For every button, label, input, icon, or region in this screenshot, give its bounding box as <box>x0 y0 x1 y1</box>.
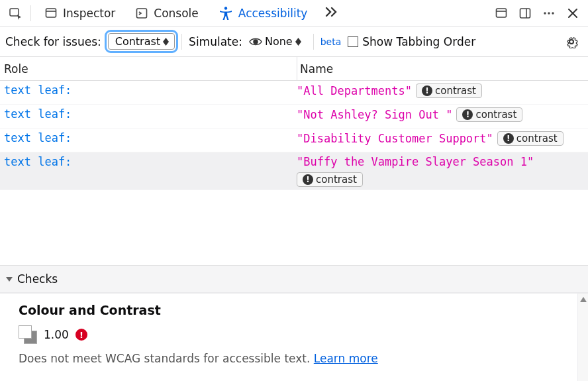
devtools-tabstrip: Inspector Console Accessibility <box>0 0 588 27</box>
svg-point-11 <box>552 12 554 14</box>
badge-label: contrast <box>516 133 558 144</box>
svg-rect-0 <box>10 9 19 16</box>
checks-body: Colour and Contrast 1.00 ! Does not meet… <box>0 294 588 381</box>
results-header: Role Name <box>0 57 588 81</box>
row-role: text leaf: <box>0 107 297 121</box>
dock-side-button[interactable] <box>514 2 536 25</box>
checkbox-icon <box>348 36 358 47</box>
tab-accessibility[interactable]: Accessibility <box>209 0 317 27</box>
check-issues-value: Contrast <box>115 35 160 48</box>
row-name: "Disability Customer Support"!contrast <box>297 131 588 146</box>
row-name-text: "Disability Customer Support" <box>297 132 493 145</box>
checks-section-title: Colour and Contrast <box>19 303 569 317</box>
select-arrows-icon <box>163 38 169 46</box>
column-name[interactable]: Name <box>297 57 588 80</box>
responsive-design-button[interactable] <box>490 2 513 25</box>
tab-accessibility-label: Accessibility <box>238 7 308 20</box>
svg-rect-5 <box>497 9 507 17</box>
svg-point-10 <box>548 12 550 14</box>
row-name: "Not Ashley? Sign Out "!contrast <box>297 107 588 122</box>
warning-icon: ! <box>462 109 473 120</box>
tab-console-label: Console <box>154 7 199 20</box>
warning-icon: ! <box>303 174 313 185</box>
checks-header[interactable]: Checks <box>0 266 588 294</box>
badge-label: contrast <box>316 174 357 186</box>
simulate-value: None <box>265 35 293 48</box>
svg-point-4 <box>224 7 227 9</box>
contrast-ratio-row: 1.00 ! <box>19 325 569 344</box>
simulate-select[interactable]: None <box>249 34 307 49</box>
contrast-badge[interactable]: !contrast <box>497 131 564 146</box>
eye-icon <box>249 36 262 47</box>
close-devtools-button[interactable] <box>562 2 584 25</box>
scrollbar[interactable] <box>577 294 588 381</box>
checks-message: Does not meet WCAG standards for accessi… <box>19 352 569 365</box>
kebab-menu-button[interactable] <box>538 2 560 25</box>
pick-element-button[interactable] <box>4 2 26 25</box>
result-row[interactable]: text leaf:"All Departments"!contrast <box>0 81 588 105</box>
row-name-text: "Buffy the Vampire Slayer Season 1" <box>297 155 534 168</box>
row-role: text leaf: <box>0 155 297 168</box>
color-swatch <box>19 325 37 344</box>
divider <box>30 5 31 21</box>
simulate-label: Simulate: <box>189 35 242 48</box>
warning-icon: ! <box>422 85 432 96</box>
column-role[interactable]: Role <box>0 62 297 76</box>
contrast-badge[interactable]: !contrast <box>416 83 482 98</box>
tab-inspector[interactable]: Inspector <box>35 0 124 27</box>
row-name: "Buffy the Vampire Slayer Season 1"!cont… <box>297 155 588 187</box>
tab-console[interactable]: Console <box>126 0 208 27</box>
svg-rect-1 <box>46 9 56 17</box>
contrast-badge[interactable]: !contrast <box>297 172 363 187</box>
contrast-ratio-value: 1.00 <box>44 328 69 341</box>
select-arrows-icon <box>295 38 301 46</box>
beta-badge: beta <box>320 36 342 47</box>
learn-more-link[interactable]: Learn more <box>314 352 378 365</box>
settings-gear-button[interactable] <box>560 30 583 53</box>
scroll-up-icon <box>579 295 588 304</box>
row-role: text leaf: <box>0 131 297 144</box>
row-name-text: "Not Ashley? Sign Out " <box>297 108 452 121</box>
svg-rect-7 <box>520 9 530 18</box>
row-name-text: "All Departments" <box>297 84 412 97</box>
check-issues-select[interactable]: Contrast <box>108 33 175 50</box>
row-name: "All Departments"!contrast <box>297 83 588 98</box>
result-row[interactable]: text leaf:"Buffy the Vampire Slayer Seas… <box>0 152 588 190</box>
checks-panel: Checks Colour and Contrast 1.00 ! Does n… <box>0 265 588 381</box>
overflow-tabs-button[interactable] <box>318 2 344 25</box>
result-row[interactable]: text leaf:"Disability Customer Support"!… <box>0 129 588 152</box>
row-role: text leaf: <box>0 83 297 97</box>
divider <box>181 34 182 50</box>
tab-inspector-label: Inspector <box>63 7 115 20</box>
results-body: text leaf:"All Departments"!contrasttext… <box>0 81 588 190</box>
check-issues-label: Check for issues: <box>5 35 101 48</box>
svg-point-14 <box>254 40 258 44</box>
contrast-badge[interactable]: !contrast <box>456 107 522 122</box>
show-tabbing-order-label: Show Tabbing Order <box>362 35 475 48</box>
disclosure-triangle-icon <box>5 275 13 283</box>
divider <box>313 34 314 50</box>
checks-header-label: Checks <box>17 272 58 286</box>
show-tabbing-order-toggle[interactable]: Show Tabbing Order <box>348 35 475 48</box>
result-row[interactable]: text leaf:"Not Ashley? Sign Out "!contra… <box>0 105 588 129</box>
error-icon: ! <box>75 329 87 341</box>
warning-icon: ! <box>503 133 514 144</box>
svg-point-9 <box>544 12 546 14</box>
badge-label: contrast <box>435 85 476 97</box>
accessibility-toolbar: Check for issues: Contrast Simulate: Non… <box>0 27 588 57</box>
badge-label: contrast <box>475 109 516 121</box>
